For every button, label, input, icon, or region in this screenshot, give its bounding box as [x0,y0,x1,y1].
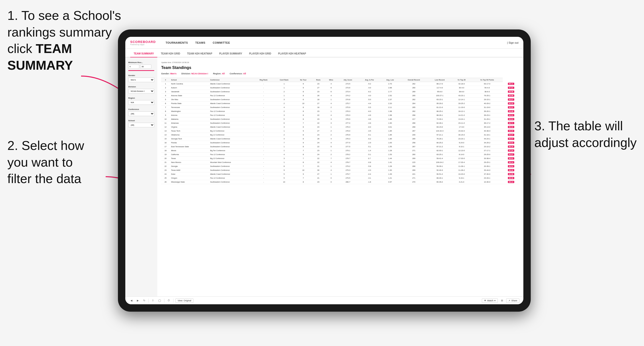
table-row: 21 New Mexico Mountain West Conference -… [161,161,520,165]
tablet-screen: SCOREBOARD Powered by clippd TOURNAMENTS… [125,37,523,304]
cell-adj-score: -6.2 [358,137,380,141]
standings-table: # School Conference Reg Rank Conf Rank N… [161,78,520,184]
cell-avg-par: 2.20 [380,102,400,106]
filter-gender: Gender Men's [128,74,154,82]
cell-avg-low: 262 [400,98,428,102]
cell-school: Florida State [170,102,209,106]
toolbar-back[interactable]: ◀ [129,298,134,303]
cell-overall: 83-25-1 [428,153,452,157]
cell-low-rec: 18-12-1 [452,109,472,113]
col-pts: Vs Top 50 Points [472,78,502,82]
cell-reg-rank: - [254,90,274,94]
filter-division-select[interactable]: NCAA Division I [128,89,154,94]
cell-rank: 12 [161,125,170,129]
table-row: 12 Virginia Atlantic Coast Conference - … [161,125,520,129]
filter-min-rounds-max[interactable] [140,65,151,69]
share-label: Share [511,299,517,302]
filter-school-select[interactable]: (All) [128,123,154,127]
cell-conf-rank: 3 [274,125,294,129]
cell-conference: Pac-12 Conference [209,176,254,180]
cell-score: 273.6 [337,86,358,90]
cell-score: 277.5 [337,141,358,145]
cell-adj-score: -5.1 [358,153,380,157]
nav-committee[interactable]: COMMITTEE [213,41,230,44]
toolbar-clock[interactable]: ⏱ [166,298,171,303]
nav-teams[interactable]: TEAMS [195,41,206,44]
share-btn[interactable]: ↗ Share [506,298,520,303]
filter-region-select[interactable]: N/A [128,100,154,105]
cell-low-rec: 13-24-1 [452,117,472,121]
toolbar-reload[interactable]: ↻ [142,298,146,303]
cell-wins: 6 [325,86,337,90]
cell-avg-low: 265 [400,106,428,109]
cell-rnds: 22 [312,157,325,161]
cell-school: Texas Tech [170,129,209,133]
cell-overall: 83-15-0 [428,125,452,129]
cell-vs25: 33-44-0 [472,168,502,172]
cell-pts: 83.34 [503,129,520,133]
cell-school: Ole Miss [170,98,209,102]
cell-adj-score: -6.0 [358,125,380,129]
cell-rank: 15 [161,137,170,141]
cell-rank: 13 [161,129,170,133]
cell-reg-rank: - [254,153,274,157]
cell-pts: 83.27 [503,153,520,157]
toolbar-bookmark[interactable]: ◯ [157,298,162,303]
toolbar-share[interactable]: ⇧ [150,298,155,303]
sign-out[interactable]: | Sign out [507,41,518,44]
filter-gender-select[interactable]: Men's [128,78,154,82]
cell-score: 276.3 [337,109,358,113]
cell-adj-score: -4.6 [358,113,380,117]
cell-no-tour: 8 [294,180,312,184]
cell-low-rec: 42-18-0 [452,82,472,86]
cell-overall: 95-29-2 [428,102,452,106]
cell-avg-low: 264 [400,102,428,106]
tab-player-summary[interactable]: PLAYER SUMMARY [216,50,246,57]
toolbar-grid[interactable]: ⊞ [500,298,504,303]
cell-score: 276.3 [337,113,358,117]
tab-team-h2h-heatmap[interactable]: TEAM H2H HEATMAP [184,50,216,57]
tab-player-h2h-heatmap[interactable]: PLAYER H2H HEATMAP [275,50,310,57]
cell-vs25: 33-38-4 [472,157,502,161]
slider-track [128,70,154,71]
tab-team-h2h-grid[interactable]: TEAM H2H GRID [157,50,184,57]
cell-avg-par: 1.28 [380,149,400,153]
filter-min-rounds-min[interactable] [128,65,139,69]
filter-bar-region-label: Region: All [213,72,225,75]
cell-conf-rank: 9 [274,168,294,172]
tab-team-summary[interactable]: TEAM SUMMARY [130,50,157,57]
cell-score: 274.8 [337,98,358,102]
cell-rnds: 26 [312,137,325,141]
cell-low-rec: 12-14-1 [452,98,472,102]
cell-low-rec: 12-13-0 [452,149,472,153]
watch-btn[interactable]: 👁 Watch ▾ [482,298,498,303]
cell-avg-low: 271 [400,176,428,180]
cell-rank: 19 [161,153,170,157]
update-time: Update time: 27/03/2024 16:56:26 [161,61,520,64]
cell-conference: Atlantic Coast Conference [209,82,254,86]
cell-adj-score: 0.7 [358,157,380,161]
logo-area: SCOREBOARD Powered by clippd [130,40,156,45]
toolbar-forward[interactable]: ▶ [136,298,140,303]
cell-adj-score: -2.0 [358,168,380,172]
cell-reg-rank: - [254,137,274,141]
cell-score: 279.3 [337,168,358,172]
cell-wins: 1 [325,125,337,129]
view-original-btn[interactable]: View: Original [176,298,193,303]
tab-player-h2h-grid[interactable]: PLAYER H2H GRID [246,50,275,57]
cell-vs25: 31-19-0 [472,106,502,109]
cell-reg-rank: - [254,102,274,106]
col-vs25: Vs Top 25 [452,78,472,82]
filter-conference-select[interactable]: (All) [128,111,154,116]
cell-rank: 26 [161,180,170,184]
cell-wins: 4 [325,168,337,172]
cell-conference: Southeastern Conference [209,117,254,121]
cell-rnds: 22 [312,113,325,117]
cell-pts: 82.21 [503,106,520,109]
cell-reg-rank: - [254,168,274,172]
cell-adj-score: -3.6 [358,117,380,121]
cell-conf-rank: 1 [274,82,294,86]
cell-adj-score: -5.1 [358,133,380,137]
nav-tournaments[interactable]: TOURNAMENTS [166,41,188,44]
cell-rnds: 23 [312,117,325,121]
